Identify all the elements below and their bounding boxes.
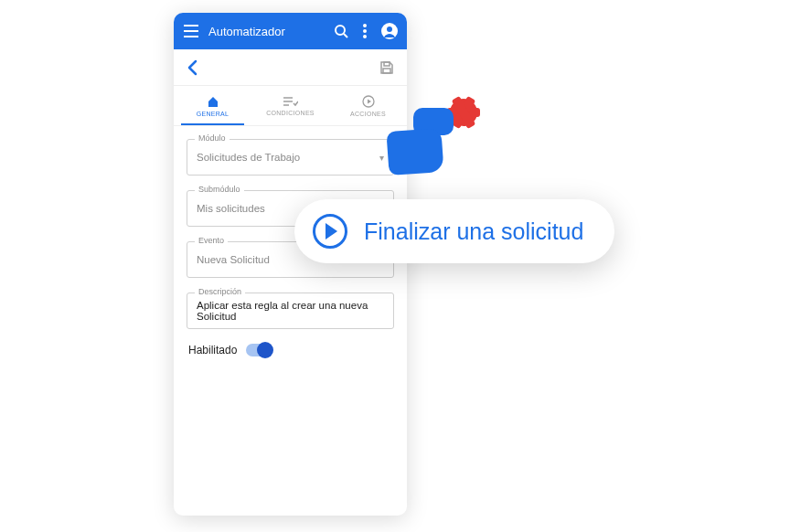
descripcion-input[interactable]: Descripción Aplicar esta regla al crear … xyxy=(187,293,394,329)
menu-icon[interactable] xyxy=(183,25,199,37)
back-button[interactable] xyxy=(187,59,199,76)
action-callout[interactable]: Finalizar una solicitud xyxy=(294,199,614,263)
svg-point-2 xyxy=(363,29,367,33)
field-label: Módulo xyxy=(195,133,230,143)
svg-point-5 xyxy=(387,27,392,32)
more-icon[interactable] xyxy=(363,24,367,38)
tab-label: GENERAL xyxy=(197,111,230,117)
callout-text: Finalizar una solicitud xyxy=(364,218,583,245)
profile-icon[interactable] xyxy=(381,23,398,39)
svg-rect-7 xyxy=(383,69,390,73)
field-label: Evento xyxy=(195,236,228,245)
svg-point-3 xyxy=(363,35,367,38)
tab-general[interactable]: GENERAL xyxy=(174,86,251,125)
field-label: Submódulo xyxy=(195,185,244,194)
toggle-label: Habilitado xyxy=(188,344,237,356)
habilitado-toggle-row: Habilitado xyxy=(187,344,394,356)
tab-condiciones[interactable]: CONDICIONES xyxy=(251,86,329,125)
svg-point-1 xyxy=(363,24,367,27)
field-label: Descripción xyxy=(195,287,245,296)
svg-point-0 xyxy=(336,26,345,35)
checklist-icon xyxy=(283,96,298,108)
robot-illustration xyxy=(388,99,488,181)
tab-label: ACCIONES xyxy=(350,111,386,117)
app-bar: Automatizador xyxy=(174,13,407,49)
chevron-down-icon: ▾ xyxy=(379,153,384,163)
tab-label: CONDICIONES xyxy=(266,110,315,116)
phone-frame: Automatizador GENERAL xyxy=(174,13,407,516)
habilitado-toggle[interactable] xyxy=(246,344,272,356)
modulo-select[interactable]: Módulo Solicitudes de Trabajo ▾ xyxy=(187,139,394,176)
field-value: Aplicar esta regla al crear una nueva So… xyxy=(197,300,384,322)
app-title: Automatizador xyxy=(208,25,334,38)
home-icon xyxy=(207,95,219,109)
tabs: GENERAL CONDICIONES ACCIONES xyxy=(174,86,407,126)
svg-rect-6 xyxy=(384,62,390,66)
sub-bar xyxy=(174,49,407,86)
play-icon xyxy=(313,214,347,249)
search-icon[interactable] xyxy=(334,24,348,38)
play-circle-icon xyxy=(362,95,375,109)
field-value: Solicitudes de Trabajo xyxy=(197,152,379,163)
save-icon[interactable] xyxy=(379,60,394,75)
